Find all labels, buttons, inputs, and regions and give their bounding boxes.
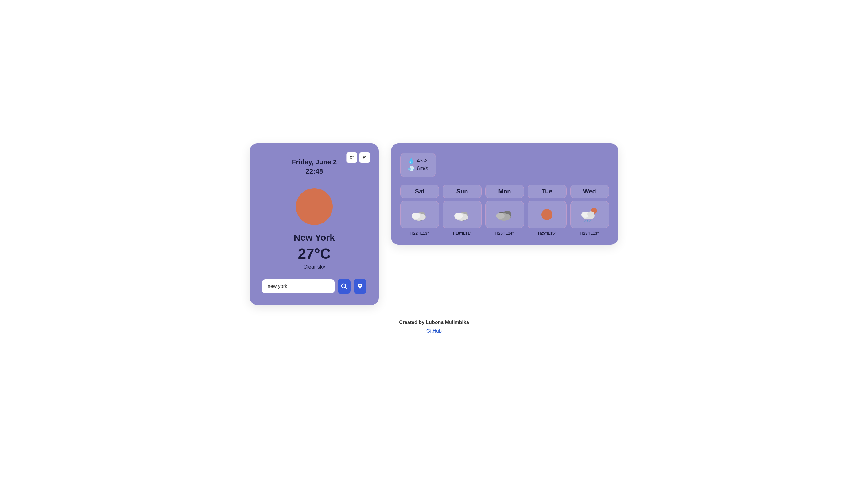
svg-line-25 — [590, 220, 590, 222]
forecast-day-tue: Tue H25°|L15° — [528, 184, 566, 235]
wind-value: 6m/s — [417, 166, 428, 172]
svg-point-18 — [541, 209, 553, 220]
svg-point-7 — [412, 213, 420, 219]
day-temps-sun: H18°|L11° — [453, 231, 471, 235]
wind-stat: 💨 6m/s — [408, 166, 428, 172]
humidity-value: 43% — [417, 158, 427, 164]
svg-line-23 — [585, 220, 585, 222]
day-temps-wed: H23°|L13° — [580, 231, 599, 235]
day-icon-sun — [443, 201, 481, 228]
sun-icon — [296, 188, 333, 225]
created-by-text: Created by Lubona Mulimbika — [399, 320, 469, 325]
date-display: Friday, June 2 — [292, 158, 337, 166]
fahrenheit-button[interactable]: F° — [359, 152, 370, 163]
forecast-day-sun: Sun H18°|L11° — [443, 184, 481, 235]
day-icon-wed — [570, 201, 609, 228]
day-icon-sat — [400, 201, 439, 228]
search-row — [262, 279, 367, 294]
forecast-card: 💧 43% 💨 6m/s Sat — [391, 143, 618, 245]
svg-point-22 — [587, 211, 594, 217]
svg-point-12 — [454, 213, 463, 219]
day-temps-mon: H26°|L14° — [495, 231, 514, 235]
time-display: 22:48 — [292, 167, 337, 175]
unit-toggles: C° F° — [346, 152, 370, 163]
day-label-tue: Tue — [528, 184, 566, 198]
search-input[interactable] — [262, 279, 335, 294]
svg-line-1 — [345, 287, 347, 289]
forecast-day-mon: Mon H26°|L14° — [485, 184, 524, 235]
current-stats: 💧 43% 💨 6m/s — [400, 153, 436, 177]
celsius-button[interactable]: C° — [346, 152, 357, 163]
humidity-icon: 💧 — [408, 158, 414, 164]
footer: Created by Lubona Mulimbika GitHub — [399, 320, 469, 334]
day-temps-sat: H22°|L13° — [410, 231, 429, 235]
day-label-mon: Mon — [485, 184, 524, 198]
day-temps-tue: H25°|L15° — [538, 231, 556, 235]
date-time: Friday, June 2 22:48 — [292, 158, 337, 175]
svg-point-17 — [496, 213, 505, 219]
svg-point-2 — [360, 285, 361, 286]
temperature-display: 27°C — [298, 245, 331, 262]
location-button[interactable] — [353, 279, 367, 294]
condition-display: Clear sky — [304, 264, 326, 270]
search-button[interactable] — [338, 279, 350, 294]
humidity-stat: 💧 43% — [408, 158, 428, 164]
main-container: C° F° Friday, June 2 22:48 New York 27°C… — [250, 143, 618, 305]
wind-icon: 💨 — [408, 166, 414, 172]
forecast-day-sat: Sat H22°|L13° — [400, 184, 439, 235]
weather-card: C° F° Friday, June 2 22:48 New York 27°C… — [250, 143, 379, 305]
day-label-sun: Sun — [443, 184, 481, 198]
day-icon-tue — [528, 201, 566, 228]
svg-line-24 — [587, 220, 588, 222]
forecast-day-wed: Wed H23°|L1 — [570, 184, 609, 235]
github-link[interactable]: GitHub — [426, 328, 442, 334]
forecast-grid: Sat H22°|L13° Sun — [400, 184, 609, 235]
day-label-sat: Sat — [400, 184, 439, 198]
city-name: New York — [294, 232, 335, 243]
day-icon-mon — [485, 201, 524, 228]
day-label-wed: Wed — [570, 184, 609, 198]
